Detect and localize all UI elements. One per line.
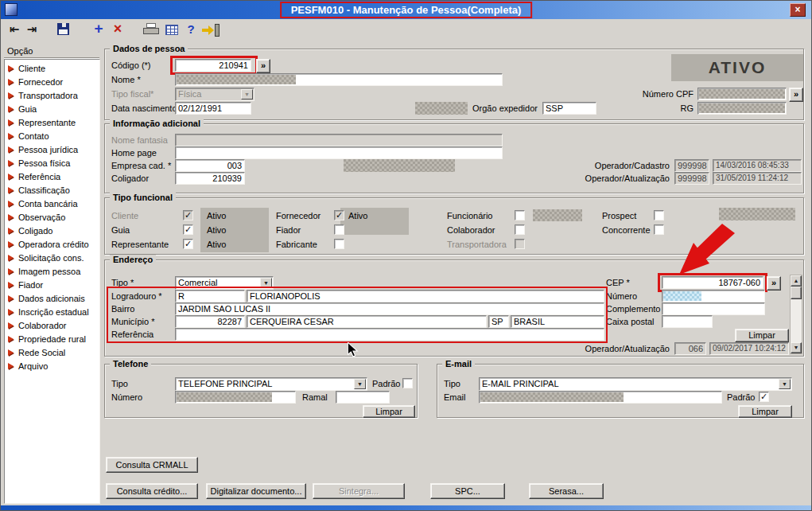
sidebar-item-arquivo[interactable]: Arquivo — [5, 360, 99, 373]
sintegra-button[interactable]: Sintegra... — [313, 483, 405, 499]
guia-checkbox[interactable]: ✓ — [183, 224, 193, 235]
serasa-button[interactable]: Serasa... — [529, 483, 604, 499]
grid-icon[interactable] — [163, 21, 181, 37]
complemento-field[interactable] — [662, 302, 765, 315]
email-limpar-button[interactable]: Limpar — [738, 405, 792, 418]
endereco-tipo-dropdown[interactable]: Comercial ▼ — [175, 276, 274, 290]
sidebar-item-conta-bancaria[interactable]: Conta bancária — [5, 197, 99, 211]
sidebar-item-contato[interactable]: Contato — [5, 130, 99, 143]
consulta-credito-button[interactable]: Consulta crédito... — [106, 483, 198, 499]
scroll-down-icon[interactable]: ▼ — [791, 342, 802, 353]
scroll-up-icon[interactable]: ▲ — [791, 275, 802, 287]
endereco-scrollbar[interactable]: ▲ ▼ — [790, 275, 802, 354]
referencia-field[interactable] — [175, 328, 604, 341]
nome-fantasia-field[interactable] — [175, 134, 503, 146]
digitalizar-documento-button[interactable]: Digitalizar documento... — [206, 483, 306, 499]
sidebar-item-representante[interactable]: Representante — [5, 116, 99, 130]
telefone-padrao-checkbox[interactable] — [402, 378, 413, 388]
fabricante-checkbox[interactable] — [334, 239, 344, 249]
telefone-numero-field[interactable] — [175, 391, 296, 404]
first-record-icon[interactable]: ⇤ — [6, 21, 23, 37]
pais-field[interactable]: BRASIL — [511, 315, 604, 328]
email-field[interactable] — [479, 391, 722, 404]
sidebar-item-cliente[interactable]: Cliente — [5, 62, 99, 76]
endereco-limpar-button[interactable]: Limpar — [735, 329, 789, 342]
add-icon[interactable]: + — [90, 21, 107, 37]
prospect-checkbox[interactable] — [654, 210, 664, 220]
representante-checkbox[interactable]: ✓ — [183, 239, 193, 249]
sidebar-item-rede-social[interactable]: Rede Social — [5, 346, 99, 360]
bullet-icon — [8, 255, 14, 261]
sidebar-item-fornecedor[interactable]: Fornecedor — [5, 76, 99, 89]
title-bar[interactable]: PESFM010 - Manutenção de Pessoa(Completa… — [1, 1, 811, 19]
uf-field[interactable]: SP — [488, 315, 509, 328]
delete-icon[interactable]: × — [109, 21, 126, 37]
telefone-tipo-dropdown[interactable]: TELEFONE PRINCIPAL ▼ — [175, 377, 367, 391]
codigo-lookup-button[interactable]: » — [256, 59, 270, 73]
sidebar-item-imagem-pessoa[interactable]: Imagem pessoa — [5, 265, 99, 279]
chevron-down-icon[interactable]: ▼ — [779, 379, 791, 389]
numero-label: Número — [606, 291, 637, 301]
rg-field[interactable] — [697, 102, 787, 115]
sidebar-item-dados-adicionais[interactable]: Dados adicionais — [5, 292, 99, 306]
municipio-nome-field[interactable]: CERQUEIRA CESAR — [247, 315, 487, 328]
data-nascimento-field[interactable]: 02/12/1991 — [175, 102, 251, 115]
transportadora-checkbox[interactable] — [515, 239, 525, 249]
sidebar-item-label: Guia — [18, 104, 37, 114]
orgao-expedidor-field[interactable]: SSP — [542, 102, 596, 115]
codigo-field[interactable]: 210941 — [175, 59, 251, 72]
sidebar-item-referencia[interactable]: Referência — [5, 170, 99, 184]
funcionario-checkbox[interactable] — [515, 210, 525, 220]
sidebar-item-solicitacao-cons[interactable]: Solicitação cons. — [5, 252, 99, 265]
close-button[interactable]: × — [790, 3, 806, 17]
logradouro-tipo-field[interactable]: R — [175, 290, 245, 302]
sidebar-item-pessoa-fisica[interactable]: Pessoa física — [5, 157, 99, 170]
scrollbar-thumb[interactable] — [791, 287, 802, 299]
spc-button[interactable]: SPC... — [430, 483, 505, 499]
sidebar-item-guia[interactable]: Guia — [5, 103, 99, 116]
concorrente-checkbox[interactable] — [654, 224, 664, 235]
ramal-field[interactable] — [336, 391, 390, 404]
chevron-down-icon[interactable]: ▼ — [354, 379, 366, 389]
nome-field[interactable] — [175, 73, 503, 86]
municipio-cod-field[interactable]: 82287 — [175, 315, 245, 328]
numero-field[interactable] — [662, 290, 765, 302]
fornecedor-checkbox[interactable]: ✓ — [334, 210, 344, 220]
telefone-limpar-button[interactable]: Limpar — [363, 405, 415, 418]
sidebar-item-coligado[interactable]: Coligado — [5, 224, 99, 238]
operador-cadastro-label: Operador/Cadastro — [550, 161, 670, 170]
cpf-field[interactable] — [697, 88, 787, 100]
coligador-field[interactable]: 210939 — [175, 172, 245, 185]
help-icon[interactable]: ? — [182, 21, 200, 37]
colaborador-checkbox[interactable] — [515, 224, 525, 235]
sidebar-item-colaborador[interactable]: Colaborador — [5, 319, 99, 333]
sidebar-item-transportadora[interactable]: Transportadora — [5, 89, 99, 103]
last-record-icon[interactable]: ⇥ — [23, 21, 41, 37]
cliente-checkbox[interactable]: ✓ — [183, 210, 193, 220]
save-icon[interactable] — [55, 21, 72, 37]
sidebar-item-pessoa-juridica[interactable]: Pessoa jurídica — [5, 143, 99, 157]
bairro-field[interactable]: JARDIM SAO LUCAS II — [175, 302, 604, 315]
cpf-lookup-button[interactable]: » — [789, 88, 803, 102]
sidebar-item-observacao[interactable]: Observação — [5, 211, 99, 224]
caixa-postal-field[interactable] — [662, 315, 713, 328]
fiador-checkbox[interactable] — [334, 224, 344, 235]
chevron-down-icon[interactable]: ▼ — [260, 278, 272, 288]
logradouro-field[interactable]: FLORIANOPOLIS — [247, 290, 604, 302]
sidebar-item-propriedade-rural[interactable]: Propriedade rural — [5, 333, 99, 346]
email-tipo-dropdown[interactable]: E-MAIL PRINCIPAL ▼ — [479, 377, 792, 391]
sidebar-item-operadora-credito[interactable]: Operadora crédito — [5, 238, 99, 252]
sidebar-item-inscricao-estadual[interactable]: Inscrição estadual — [5, 306, 99, 319]
cep-lookup-button[interactable]: » — [767, 276, 781, 291]
sidebar-item-classificacao[interactable]: Classificação — [5, 184, 99, 197]
tipo-fiscal-dropdown[interactable]: Física ▼ — [175, 88, 254, 101]
chevron-down-icon[interactable]: ▼ — [241, 89, 253, 99]
print-icon[interactable] — [142, 21, 160, 37]
email-padrao-checkbox[interactable]: ✓ — [759, 392, 769, 402]
sidebar-item-fiador[interactable]: Fiador — [5, 279, 99, 292]
consulta-crmall-button[interactable]: Consulta CRMALL — [106, 457, 198, 473]
cep-field[interactable]: 18767-060 — [662, 276, 763, 289]
empresa-field[interactable]: 003 — [175, 159, 245, 172]
exit-icon[interactable] — [201, 21, 219, 37]
home-page-field[interactable] — [175, 146, 503, 159]
